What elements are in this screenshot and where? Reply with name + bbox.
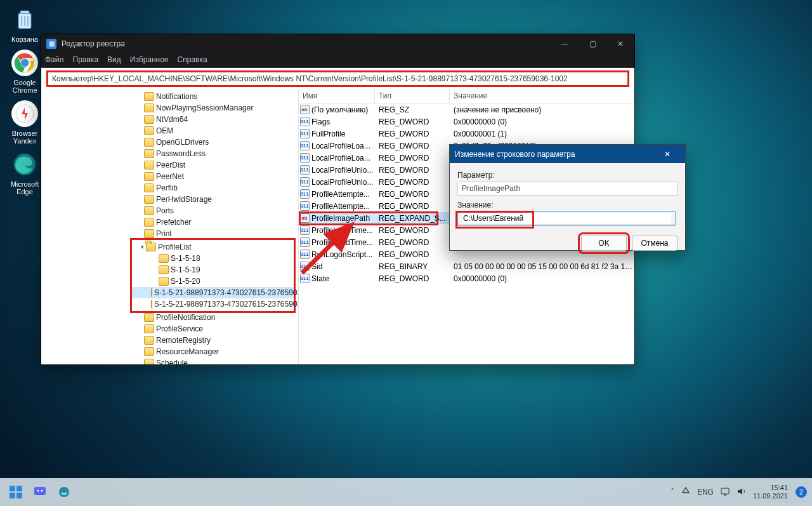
tree-item[interactable]: Ports (41, 205, 298, 216)
grid-row[interactable]: 011StateREG_DWORD0x00000000 (0) (299, 272, 634, 284)
taskbar-app-icon[interactable] (53, 481, 75, 503)
start-button[interactable] (5, 481, 27, 503)
folder-icon (144, 313, 154, 322)
folder-icon (144, 103, 154, 112)
svg-rect-14 (10, 493, 15, 498)
tray-volume-icon[interactable] (737, 486, 747, 498)
tree-item[interactable]: ResourceManager (41, 346, 298, 357)
reg-binary-icon: 011 (300, 177, 310, 187)
dialog-title: Изменение строкового параметра (455, 150, 575, 159)
tree-item[interactable]: PerHwIdStorage (41, 194, 298, 205)
reg-binary-icon: 011 (300, 189, 310, 199)
reg-binary-icon: 011 (300, 225, 310, 235)
folder-icon (151, 300, 152, 309)
grid-row[interactable]: 011SidREG_BINARY01 05 00 00 00 00 00 05 … (299, 260, 634, 272)
tray-network-icon[interactable] (720, 486, 730, 498)
tray-date: 11.09.2021 (753, 492, 788, 500)
tree-item[interactable]: NtVdm64 (41, 114, 298, 125)
tree-item-label: S-1-5-18 (171, 254, 200, 263)
tree-item[interactable]: ▾ProfileList (132, 241, 294, 253)
reg-string-icon: ab (300, 105, 310, 114)
tray-notification-badge[interactable]: 2 (796, 486, 807, 498)
regedit-titlebar[interactable]: ▦ Редактор реестра ― ▢ ✕ (41, 34, 634, 53)
tree-item-label: S-1-5-19 (171, 265, 200, 274)
tray-chevron-up-icon[interactable]: ˄ (671, 488, 674, 496)
dialog-titlebar[interactable]: Изменение строкового параметра ✕ (450, 145, 685, 163)
tree-item[interactable]: Perflib (41, 182, 298, 194)
folder-icon (144, 138, 154, 147)
minimize-button[interactable]: ― (551, 34, 579, 53)
menu-bar: Файл Правка Вид Избранное Справка (41, 53, 634, 68)
tree-item[interactable]: OEM (41, 125, 298, 136)
col-value[interactable]: Значение (450, 90, 634, 103)
tree-item[interactable]: S-1-5-21-988971373-473027615-237659036-1… (132, 287, 294, 298)
menu-favorites[interactable]: Избранное (130, 55, 169, 64)
tree-item[interactable]: ProfileService (41, 323, 298, 335)
reg-binary-icon: 011 (300, 141, 310, 150)
window-title: Редактор реестра (62, 39, 125, 48)
cell-type: REG_DWORD (375, 117, 450, 126)
reg-binary-icon: 011 (300, 262, 310, 271)
cell-name: LocalProfileUnlo... (310, 178, 375, 187)
folder-icon (144, 92, 154, 101)
grid-row[interactable]: ab(По умолчанию)REG_SZ(значение не присв… (299, 103, 634, 116)
param-name-field: ProfileImagePath (457, 182, 678, 196)
maximize-button[interactable]: ▢ (579, 34, 606, 53)
tree-item[interactable]: OpenGLDrivers (41, 136, 298, 148)
reg-binary-icon: 011 (300, 129, 310, 138)
value-label: Значение: (457, 201, 678, 210)
tray-clock[interactable]: 15:41 11.09.2021 (753, 484, 788, 500)
cell-name: ProfileImagePath (310, 214, 375, 223)
tree-item[interactable]: PeerDist (41, 159, 298, 171)
tree-item[interactable]: S-1-5-20 (132, 276, 294, 287)
svg-rect-13 (16, 486, 22, 491)
tree-item[interactable]: PasswordLess (41, 148, 298, 159)
grid-row[interactable]: 011FlagsREG_DWORD0x00000000 (0) (299, 116, 634, 128)
folder-icon (144, 359, 154, 364)
ok-button[interactable]: OK (581, 236, 627, 251)
folder-icon (144, 161, 154, 170)
tree-item[interactable]: S-1-5-18 (132, 253, 294, 264)
tree-item[interactable]: S-1-5-21-988971373-473027615-237659036-1… (132, 298, 294, 310)
tray-onedrive-icon[interactable] (681, 486, 691, 498)
tree-item[interactable]: NowPlayingSessionManager (41, 102, 298, 114)
taskbar-chat-icon[interactable] (29, 481, 51, 503)
tree-item[interactable]: S-1-5-19 (132, 264, 294, 276)
folder-icon (146, 243, 156, 251)
cell-type: REG_DWORD (375, 178, 450, 187)
reg-binary-icon: 011 (300, 201, 310, 211)
recycle-bin-icon (11, 6, 38, 33)
address-bar[interactable]: Компьютер\HKEY_LOCAL_MACHINE\SOFTWARE\Mi… (46, 70, 629, 87)
tree-item-label: Perflib (156, 183, 178, 192)
tree-item-label: ProfileList (158, 243, 192, 251)
svg-rect-1 (20, 11, 29, 13)
menu-view[interactable]: Вид (107, 55, 121, 64)
tray-language[interactable]: ENG (697, 488, 714, 496)
cell-name: ProfileLoadTime... (310, 226, 375, 235)
cancel-button[interactable]: Отмена (632, 236, 678, 251)
col-type[interactable]: Тип (375, 90, 450, 103)
dialog-close-button[interactable]: ✕ (655, 145, 680, 163)
tree-item[interactable]: Prefetcher (41, 216, 298, 228)
tree-item-label: Ports (156, 206, 174, 215)
tree-item[interactable]: Notifications (41, 91, 298, 102)
menu-help[interactable]: Справка (178, 55, 207, 64)
cell-name: RunLogonScript... (310, 250, 375, 259)
tree-item-label: S-1-5-21-988971373-473027615-237659036-1… (154, 300, 299, 309)
folder-icon (151, 288, 152, 297)
svg-rect-12 (10, 486, 15, 491)
tree-item-label: S-1-5-20 (171, 277, 200, 286)
svg-rect-20 (721, 488, 729, 494)
cell-name: LocalProfileLoa... (310, 154, 375, 163)
tree-item[interactable]: Schedule (41, 357, 298, 364)
tree-item[interactable]: PeerNet (41, 171, 298, 182)
close-button[interactable]: ✕ (606, 34, 634, 53)
registry-tree[interactable]: NotificationsNowPlayingSessionManagerNtV… (41, 90, 299, 364)
menu-edit[interactable]: Правка (73, 55, 99, 64)
menu-file[interactable]: Файл (45, 55, 64, 64)
col-name[interactable]: Имя (299, 90, 375, 103)
tree-item[interactable]: ProfileNotification (41, 312, 298, 323)
grid-row[interactable]: 011FullProfileREG_DWORD0x00000001 (1) (299, 128, 634, 140)
tree-item-label: OEM (156, 126, 173, 135)
tree-item[interactable]: RemoteRegistry (41, 335, 298, 346)
